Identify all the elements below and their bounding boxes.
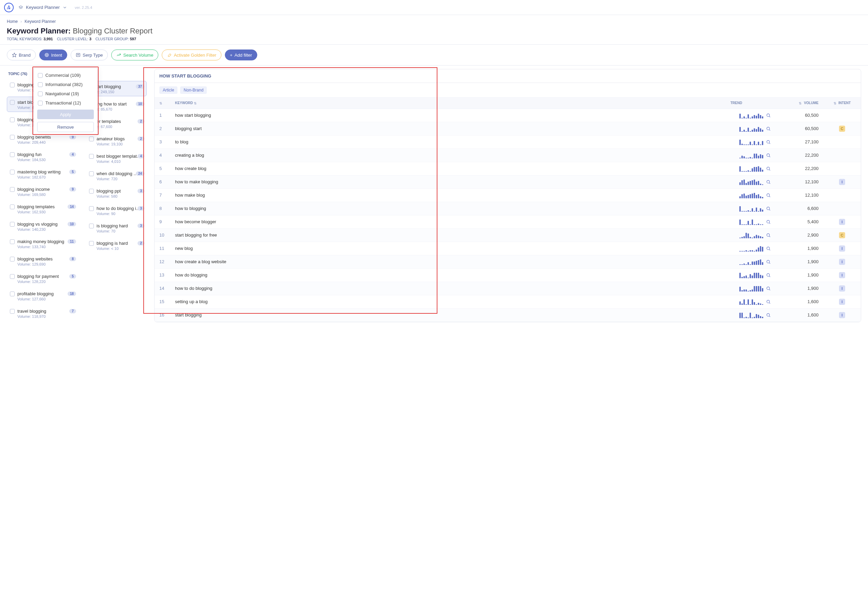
filter-search-volume[interactable]: Search Volume — [111, 50, 158, 61]
svg-point-28 — [767, 247, 769, 250]
topic-item[interactable]: blogging templatesVolume: 162,93014 — [7, 201, 79, 216]
checkbox-icon[interactable] — [89, 137, 94, 141]
checkbox-icon[interactable] — [38, 92, 43, 96]
col-keyword[interactable]: KEYWORD ⇅ — [170, 98, 697, 109]
table-row[interactable]: 8how to blogging6,600 — [155, 202, 861, 215]
search-icon[interactable] — [766, 246, 771, 251]
col-volume[interactable]: ⇅ VOLUME — [775, 98, 823, 109]
table-row[interactable]: 11new blog1,900I — [155, 242, 861, 255]
topic-item[interactable]: blogging websitesVolume: 129,6908 — [7, 253, 79, 269]
checkbox-icon[interactable] — [38, 73, 43, 78]
checkbox-icon[interactable] — [38, 101, 43, 106]
topic-item[interactable]: mastering blog writingVolume: 182,6705 — [7, 166, 79, 182]
tag[interactable]: Non-Brand — [180, 86, 207, 94]
subtopic-item[interactable]: how to do blogging i...Volume: 903 — [86, 203, 147, 218]
filter-brand[interactable]: Brand — [7, 50, 36, 61]
checkbox-icon[interactable] — [10, 152, 15, 157]
checkbox-icon[interactable] — [89, 206, 94, 211]
filter-serp-type[interactable]: Serp Type — [71, 50, 108, 61]
checkbox-icon[interactable] — [10, 292, 15, 296]
search-icon[interactable] — [766, 286, 771, 291]
intent-option[interactable]: Commercial (109) — [37, 71, 94, 80]
table-row[interactable]: 3to blog27,100 — [155, 135, 861, 149]
search-icon[interactable] — [766, 193, 771, 198]
add-filter-button[interactable]: + Add filter — [225, 50, 257, 61]
count-badge: 8 — [69, 257, 76, 261]
intent-option[interactable]: Informational (382) — [37, 80, 94, 89]
col-trend[interactable]: TREND — [697, 98, 775, 109]
checkbox-icon[interactable] — [89, 154, 94, 159]
table-row[interactable]: 7how make blog12,100 — [155, 188, 861, 202]
checkbox-icon[interactable] — [10, 100, 15, 105]
table-row[interactable]: 10start blogging for free2,900C — [155, 228, 861, 242]
subtopic-item[interactable]: blogging pptVolume: 5803 — [86, 185, 147, 201]
table-row[interactable]: 9how become blogger5,400I — [155, 215, 861, 228]
search-icon[interactable] — [766, 153, 771, 158]
table-row[interactable]: 6how to make blogging12,100I — [155, 175, 861, 188]
apply-button[interactable]: Apply — [37, 110, 94, 119]
table-row[interactable]: 4creating a blog22,200 — [155, 149, 861, 162]
sort-icon[interactable]: ⇅ — [194, 101, 197, 105]
count-badge: 4 — [69, 152, 76, 157]
intent-option[interactable]: Navigational (19) — [37, 89, 94, 98]
subtopic-item[interactable]: best blogger templat...Volume: 4,0104 — [86, 151, 147, 166]
checkbox-icon[interactable] — [10, 222, 15, 227]
checkbox-icon[interactable] — [89, 189, 94, 194]
sort-icon[interactable]: ⇅ — [799, 101, 801, 105]
topic-item[interactable]: making money bloggingVolume: 133,74011 — [7, 236, 79, 251]
subtopic-item[interactable]: blogging is hardVolume: < 102 — [86, 238, 147, 253]
search-icon[interactable] — [766, 126, 771, 131]
checkbox-icon[interactable] — [10, 170, 15, 174]
checkbox-icon[interactable] — [10, 135, 15, 140]
topic-item[interactable]: travel bloggingVolume: 118,9707 — [7, 306, 79, 321]
checkbox-icon[interactable] — [10, 117, 15, 122]
sort-icon[interactable]: ⇅ — [834, 101, 836, 105]
checkbox-icon[interactable] — [10, 239, 15, 244]
app-selector[interactable]: Keyword Planner — [19, 5, 67, 10]
topic-item[interactable]: profitable bloggingVolume: 127,66018 — [7, 288, 79, 303]
intent-option[interactable]: Transactional (12) — [37, 98, 94, 107]
checkbox-icon[interactable] — [89, 171, 94, 176]
checkbox-icon[interactable] — [10, 257, 15, 261]
search-icon[interactable] — [766, 219, 771, 224]
table-row[interactable]: 15setting up a blog1,600I — [155, 295, 861, 308]
checkbox-icon[interactable] — [10, 82, 15, 87]
search-icon[interactable] — [766, 113, 771, 118]
table-row[interactable]: 1how start blogging60,500 — [155, 109, 861, 122]
tag[interactable]: Article — [159, 86, 177, 94]
subtopic-item[interactable]: when did blogging ...Volume: 72024 — [86, 168, 147, 183]
checkbox-icon[interactable] — [10, 205, 15, 209]
remove-button[interactable]: Remove — [37, 122, 94, 132]
search-icon[interactable] — [766, 206, 771, 211]
search-icon[interactable] — [766, 313, 771, 317]
table-row[interactable]: 16start blogging1,600I — [155, 308, 861, 322]
subtopic-item[interactable]: is blogging hardVolume: 703 — [86, 220, 147, 236]
checkbox-icon[interactable] — [89, 241, 94, 246]
topic-item[interactable]: blogging incomeVolume: 169,5809 — [7, 184, 79, 199]
search-icon[interactable] — [766, 299, 771, 304]
table-row[interactable]: 14how to do blogging1,900I — [155, 282, 861, 295]
search-icon[interactable] — [766, 180, 771, 184]
topic-item[interactable]: blogging for paymentVolume: 128,2205 — [7, 271, 79, 286]
table-row[interactable]: 5how create blog22,200 — [155, 162, 861, 175]
filter-intent[interactable]: Intent — [39, 50, 68, 61]
table-row[interactable]: 2blogging start60,500C — [155, 122, 861, 135]
search-icon[interactable] — [766, 166, 771, 171]
checkbox-icon[interactable] — [10, 187, 15, 192]
topic-item[interactable]: blogging funVolume: 184,5304 — [7, 149, 79, 164]
table-row[interactable]: 12how create a blog website1,900I — [155, 255, 861, 268]
search-icon[interactable] — [766, 140, 771, 144]
sort-icon[interactable]: ⇅ — [159, 101, 162, 105]
search-icon[interactable] — [766, 259, 771, 264]
checkbox-icon[interactable] — [89, 224, 94, 228]
checkbox-icon[interactable] — [10, 309, 15, 314]
checkbox-icon[interactable] — [10, 274, 15, 279]
filter-golden[interactable]: Activate Golden Filter — [162, 50, 221, 61]
table-row[interactable]: 13how do blogging1,900I — [155, 268, 861, 282]
search-icon[interactable] — [766, 273, 771, 278]
col-intent[interactable]: ⇅ INTENT — [823, 98, 861, 109]
topic-item[interactable]: blogging vs vloggingVolume: 140,23010 — [7, 219, 79, 234]
search-icon[interactable] — [766, 233, 771, 238]
checkbox-icon[interactable] — [38, 82, 43, 87]
breadcrumb-home[interactable]: Home — [7, 19, 18, 24]
